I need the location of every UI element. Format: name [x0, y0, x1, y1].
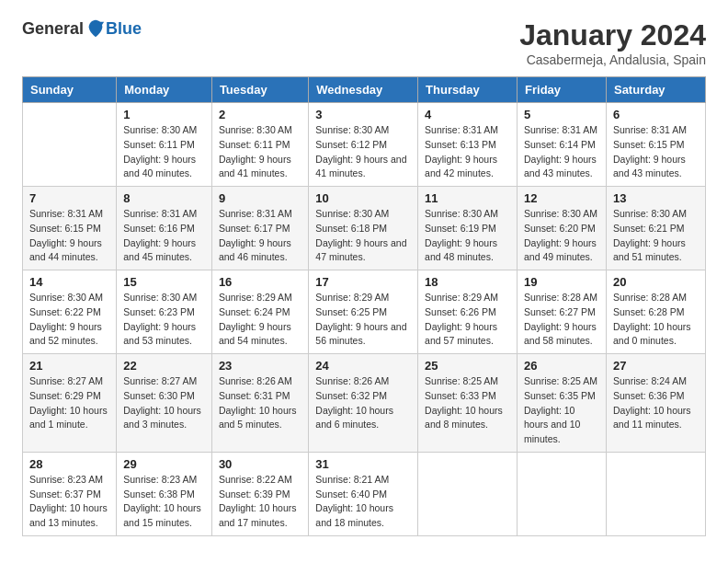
calendar-cell: 7Sunrise: 8:31 AMSunset: 6:15 PMDaylight…: [23, 187, 117, 270]
day-number: 9: [219, 191, 301, 205]
calendar-cell: 9Sunrise: 8:31 AMSunset: 6:17 PMDaylight…: [211, 187, 308, 270]
calendar-cell: [606, 452, 705, 535]
day-number: 28: [29, 457, 109, 471]
day-number: 25: [425, 359, 510, 373]
logo: General Blue: [22, 18, 142, 39]
calendar-cell: 15Sunrise: 8:30 AMSunset: 6:23 PMDayligh…: [117, 270, 212, 354]
location-title: Casabermeja, Andalusia, Spain: [519, 52, 706, 67]
day-info: Sunrise: 8:30 AMSunset: 6:22 PMDaylight:…: [29, 291, 109, 349]
day-number: 15: [123, 275, 205, 289]
day-info: Sunrise: 8:28 AMSunset: 6:28 PMDaylight:…: [613, 291, 699, 349]
calendar-cell: 5Sunrise: 8:31 AMSunset: 6:14 PMDaylight…: [518, 103, 607, 187]
week-row-3: 14Sunrise: 8:30 AMSunset: 6:22 PMDayligh…: [23, 270, 706, 354]
calendar-cell: 30Sunrise: 8:22 AMSunset: 6:39 PMDayligh…: [211, 452, 308, 535]
calendar-cell: 24Sunrise: 8:26 AMSunset: 6:32 PMDayligh…: [309, 354, 418, 453]
calendar-cell: 10Sunrise: 8:30 AMSunset: 6:18 PMDayligh…: [309, 187, 418, 270]
calendar-cell: 4Sunrise: 8:31 AMSunset: 6:13 PMDaylight…: [418, 103, 518, 187]
day-info: Sunrise: 8:26 AMSunset: 6:31 PMDaylight:…: [219, 374, 301, 432]
day-number: 24: [315, 359, 411, 373]
day-number: 16: [219, 275, 301, 289]
column-header-tuesday: Tuesday: [211, 77, 308, 103]
day-info: Sunrise: 8:31 AMSunset: 6:15 PMDaylight:…: [613, 123, 699, 181]
calendar-cell: 3Sunrise: 8:30 AMSunset: 6:12 PMDaylight…: [309, 103, 418, 187]
column-header-saturday: Saturday: [606, 77, 705, 103]
calendar-cell: 6Sunrise: 8:31 AMSunset: 6:15 PMDaylight…: [606, 103, 705, 187]
day-info: Sunrise: 8:31 AMSunset: 6:14 PMDaylight:…: [524, 123, 599, 181]
column-header-thursday: Thursday: [418, 77, 518, 103]
day-number: 17: [315, 275, 411, 289]
month-title: January 2024: [519, 18, 706, 52]
day-info: Sunrise: 8:30 AMSunset: 6:12 PMDaylight:…: [315, 123, 411, 181]
header-row: SundayMondayTuesdayWednesdayThursdayFrid…: [23, 77, 706, 103]
day-number: 3: [315, 108, 411, 121]
calendar-table: SundayMondayTuesdayWednesdayThursdayFrid…: [22, 76, 706, 536]
day-number: 7: [29, 191, 109, 205]
day-number: 20: [613, 275, 699, 289]
day-number: 19: [524, 275, 599, 289]
day-info: Sunrise: 8:31 AMSunset: 6:17 PMDaylight:…: [219, 207, 301, 265]
day-number: 22: [123, 359, 205, 373]
day-info: Sunrise: 8:30 AMSunset: 6:20 PMDaylight:…: [524, 207, 599, 265]
day-number: 2: [219, 108, 301, 121]
logo-blue: Blue: [106, 19, 142, 39]
day-number: 29: [123, 457, 205, 471]
day-info: Sunrise: 8:30 AMSunset: 6:11 PMDaylight:…: [219, 123, 301, 181]
calendar-cell: 13Sunrise: 8:30 AMSunset: 6:21 PMDayligh…: [606, 187, 705, 270]
title-area: January 2024 Casabermeja, Andalusia, Spa…: [519, 18, 706, 67]
day-info: Sunrise: 8:26 AMSunset: 6:32 PMDaylight:…: [315, 374, 411, 432]
day-number: 10: [315, 191, 411, 205]
calendar-cell: 19Sunrise: 8:28 AMSunset: 6:27 PMDayligh…: [518, 270, 607, 354]
calendar-cell: [518, 452, 607, 535]
calendar-cell: 31Sunrise: 8:21 AMSunset: 6:40 PMDayligh…: [309, 452, 418, 535]
calendar-cell: 27Sunrise: 8:24 AMSunset: 6:36 PMDayligh…: [606, 354, 705, 453]
day-number: 21: [29, 359, 109, 373]
calendar-cell: 21Sunrise: 8:27 AMSunset: 6:29 PMDayligh…: [23, 354, 117, 453]
day-number: 30: [219, 457, 301, 471]
day-info: Sunrise: 8:24 AMSunset: 6:36 PMDaylight:…: [613, 374, 699, 432]
calendar-cell: 23Sunrise: 8:26 AMSunset: 6:31 PMDayligh…: [211, 354, 308, 453]
day-info: Sunrise: 8:31 AMSunset: 6:13 PMDaylight:…: [425, 123, 510, 181]
column-header-wednesday: Wednesday: [309, 77, 418, 103]
day-info: Sunrise: 8:23 AMSunset: 6:37 PMDaylight:…: [29, 473, 109, 531]
day-number: 26: [524, 359, 599, 373]
day-number: 27: [613, 359, 699, 373]
calendar-cell: 29Sunrise: 8:23 AMSunset: 6:38 PMDayligh…: [117, 452, 212, 535]
calendar-cell: 20Sunrise: 8:28 AMSunset: 6:28 PMDayligh…: [606, 270, 705, 354]
calendar-cell: 17Sunrise: 8:29 AMSunset: 6:25 PMDayligh…: [309, 270, 418, 354]
calendar-cell: [418, 452, 518, 535]
day-info: Sunrise: 8:29 AMSunset: 6:24 PMDaylight:…: [219, 291, 301, 349]
day-number: 8: [123, 191, 205, 205]
day-number: 6: [613, 108, 699, 121]
day-info: Sunrise: 8:30 AMSunset: 6:18 PMDaylight:…: [315, 207, 411, 265]
day-info: Sunrise: 8:29 AMSunset: 6:25 PMDaylight:…: [315, 291, 411, 349]
day-number: 13: [613, 191, 699, 205]
calendar-cell: 12Sunrise: 8:30 AMSunset: 6:20 PMDayligh…: [518, 187, 607, 270]
day-info: Sunrise: 8:31 AMSunset: 6:16 PMDaylight:…: [123, 207, 205, 265]
day-number: 4: [425, 108, 510, 121]
logo-icon: [85, 18, 106, 39]
day-number: 5: [524, 108, 599, 121]
day-info: Sunrise: 8:21 AMSunset: 6:40 PMDaylight:…: [315, 473, 411, 531]
calendar-cell: [23, 103, 117, 187]
day-info: Sunrise: 8:30 AMSunset: 6:11 PMDaylight:…: [123, 123, 205, 181]
week-row-2: 7Sunrise: 8:31 AMSunset: 6:15 PMDaylight…: [23, 187, 706, 270]
day-number: 23: [219, 359, 301, 373]
calendar-cell: 26Sunrise: 8:25 AMSunset: 6:35 PMDayligh…: [518, 354, 607, 453]
calendar-cell: 28Sunrise: 8:23 AMSunset: 6:37 PMDayligh…: [23, 452, 117, 535]
column-header-friday: Friday: [518, 77, 607, 103]
calendar-cell: 8Sunrise: 8:31 AMSunset: 6:16 PMDaylight…: [117, 187, 212, 270]
header: General Blue January 2024 Casabermeja, A…: [22, 18, 706, 67]
day-number: 11: [425, 191, 510, 205]
day-number: 18: [425, 275, 510, 289]
day-info: Sunrise: 8:22 AMSunset: 6:39 PMDaylight:…: [219, 473, 301, 531]
day-info: Sunrise: 8:28 AMSunset: 6:27 PMDaylight:…: [524, 291, 599, 349]
day-number: 31: [315, 457, 411, 471]
calendar-cell: 1Sunrise: 8:30 AMSunset: 6:11 PMDaylight…: [117, 103, 212, 187]
day-info: Sunrise: 8:30 AMSunset: 6:21 PMDaylight:…: [613, 207, 699, 265]
day-info: Sunrise: 8:25 AMSunset: 6:33 PMDaylight:…: [425, 374, 510, 432]
calendar-cell: 16Sunrise: 8:29 AMSunset: 6:24 PMDayligh…: [211, 270, 308, 354]
day-number: 14: [29, 275, 109, 289]
calendar-cell: 22Sunrise: 8:27 AMSunset: 6:30 PMDayligh…: [117, 354, 212, 453]
column-header-monday: Monday: [117, 77, 212, 103]
calendar-cell: 11Sunrise: 8:30 AMSunset: 6:19 PMDayligh…: [418, 187, 518, 270]
